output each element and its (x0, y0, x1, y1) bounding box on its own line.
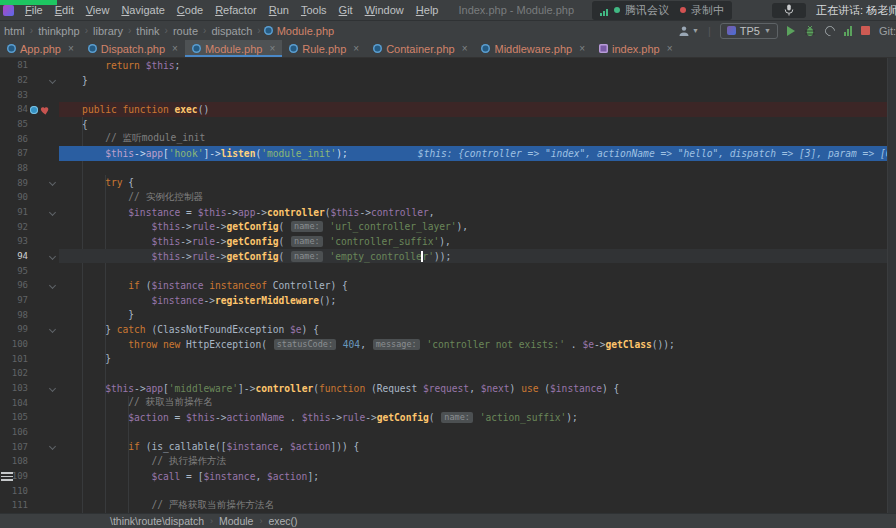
git-widget-label[interactable]: Git: (879, 25, 896, 37)
code-editor[interactable]: 81 return $this;82 }8384 public function… (0, 58, 896, 513)
microphone-chip[interactable] (772, 3, 806, 18)
code-segment: -> (365, 412, 377, 423)
code-segment: . (565, 339, 582, 350)
close-icon[interactable]: × (172, 43, 178, 54)
code-text[interactable]: if ($instance instanceof Controller) { (59, 278, 896, 293)
code-text[interactable]: $this->app['hook']->listen('module_init'… (59, 146, 896, 161)
close-icon[interactable]: × (353, 43, 359, 54)
tab-label: Middleware.php (494, 43, 572, 55)
code-text[interactable] (59, 425, 896, 440)
code-segment: rule (192, 236, 215, 247)
menu-edit[interactable]: Edit (49, 4, 80, 16)
run-configuration-select[interactable]: TP5 ▼ (720, 23, 778, 39)
stop-button[interactable] (861, 26, 870, 35)
code-text[interactable]: } catch (ClassNotFoundException $e) { (59, 322, 896, 337)
close-icon[interactable]: × (68, 43, 74, 54)
tab-rule-php[interactable]: Rule.php× (282, 40, 366, 57)
menu-run[interactable]: Run (263, 4, 295, 16)
code-text[interactable]: } (59, 73, 896, 88)
code-segment: // 实例化控制器 (128, 191, 203, 204)
breadcrumb-item-library[interactable]: library (91, 25, 125, 37)
close-icon[interactable]: × (462, 43, 468, 54)
run-with-coverage-button[interactable] (823, 23, 837, 37)
code-text[interactable]: $this->rule->getConfig( name: 'empty_con… (59, 249, 896, 264)
menu-code[interactable]: Code (171, 4, 209, 16)
code-text[interactable]: $call = [$instance, $action]; (59, 469, 896, 484)
menu-navigate[interactable]: Navigate (115, 4, 170, 16)
code-text[interactable]: } (59, 307, 896, 322)
code-text[interactable]: { (59, 117, 896, 132)
code-text[interactable]: $this->app['middleware']->controller(fun… (59, 381, 896, 396)
profiler-button[interactable] (844, 26, 852, 36)
code-text[interactable]: public function exec() (59, 102, 896, 117)
code-text[interactable]: $this->rule->getConfig( name: 'controlle… (59, 234, 896, 249)
code-text[interactable]: $instance->registerMiddleware(); (59, 293, 896, 308)
tab-dispatch-php[interactable]: Dispatch.php× (81, 40, 185, 57)
code-text[interactable] (59, 483, 896, 498)
close-icon[interactable]: × (269, 43, 275, 54)
menu-window[interactable]: Window (359, 4, 410, 16)
code-text[interactable]: // 获取当前操作名 (59, 395, 896, 410)
fold-marker-icon[interactable] (49, 443, 56, 450)
run-button[interactable] (787, 26, 795, 36)
status-crumb-2[interactable]: exec() (268, 515, 297, 527)
menu-git[interactable]: Git (333, 4, 359, 16)
code-text[interactable]: // 实例化控制器 (59, 190, 896, 205)
editor-menu-icon[interactable] (1, 470, 13, 483)
fold-marker-icon[interactable] (49, 77, 56, 84)
code-text[interactable]: // 执行操作方法 (59, 454, 896, 469)
code-with-me-button[interactable]: ▼ (678, 25, 699, 37)
status-crumb-0[interactable]: \think\route\dispatch (110, 515, 204, 527)
code-text[interactable] (59, 87, 896, 102)
menu-help[interactable]: Help (410, 4, 445, 16)
close-icon[interactable]: × (667, 43, 673, 54)
breadcrumb-file[interactable]: Module.php (264, 25, 335, 37)
code-text[interactable]: // 严格获取当前操作方法名 (59, 498, 896, 513)
breadcrumb-item-route[interactable]: route (171, 25, 200, 37)
code-text[interactable]: // 监听module_init (59, 131, 896, 146)
code-text[interactable]: if (is_callable([$instance, $action])) { (59, 439, 896, 454)
code-text[interactable]: $this->rule->getConfig( name: 'url_contr… (59, 219, 896, 234)
debug-valid-icon[interactable] (30, 106, 38, 114)
code-segment: $e (582, 339, 594, 350)
fold-marker-icon[interactable] (49, 209, 56, 216)
tab-index-php[interactable]: index.php× (592, 40, 680, 57)
tab-middleware-php[interactable]: Middleware.php× (474, 40, 592, 57)
code-segment (59, 456, 151, 467)
code-segment: ), (457, 221, 469, 232)
heart-breakpoint-icon[interactable] (40, 105, 51, 115)
breadcrumb-item-thinkphp[interactable]: thinkphp (36, 25, 82, 37)
breadcrumb-item-html[interactable]: html (2, 25, 27, 37)
code-text[interactable]: $instance = $this->app->controller($this… (59, 205, 896, 220)
fold-marker-icon[interactable] (49, 282, 56, 289)
fold-marker-icon[interactable] (49, 326, 56, 333)
tab-container-php[interactable]: Container.php× (366, 40, 474, 57)
code-text[interactable]: throw new HttpException( statusCode: 404… (59, 337, 896, 352)
menu-file[interactable]: File (19, 4, 49, 16)
breadcrumb-item-think[interactable]: think (134, 25, 161, 37)
meeting-status-chip[interactable]: 腾讯会议 录制中 (592, 1, 732, 20)
fold-marker-icon[interactable] (49, 253, 56, 260)
code-text[interactable] (59, 161, 896, 176)
debug-button[interactable] (804, 25, 816, 37)
editor-scrollbar[interactable] (887, 58, 896, 513)
fold-marker-icon[interactable] (49, 179, 56, 186)
code-text[interactable]: try { (59, 175, 896, 190)
code-text[interactable]: } (59, 351, 896, 366)
menu-refactor[interactable]: Refactor (209, 4, 263, 16)
close-icon[interactable]: × (579, 43, 585, 54)
tab-app-php[interactable]: App.php× (0, 40, 81, 57)
code-text[interactable] (59, 366, 896, 381)
code-segment: rule (192, 221, 215, 232)
fold-marker-icon[interactable] (49, 385, 56, 392)
code-segment: ( (279, 236, 291, 247)
breadcrumb-separator: › (128, 25, 131, 36)
status-crumb-1[interactable]: Module (219, 515, 253, 527)
menu-view[interactable]: View (80, 4, 116, 16)
code-text[interactable]: return $this; (59, 58, 896, 73)
menu-tools[interactable]: Tools (295, 4, 333, 16)
code-text[interactable] (59, 263, 896, 278)
code-text[interactable]: $action = $this->actionName . $this->rul… (59, 410, 896, 425)
breadcrumb-item-dispatch[interactable]: dispatch (209, 25, 254, 37)
tab-module-php[interactable]: Module.php× (185, 40, 282, 57)
